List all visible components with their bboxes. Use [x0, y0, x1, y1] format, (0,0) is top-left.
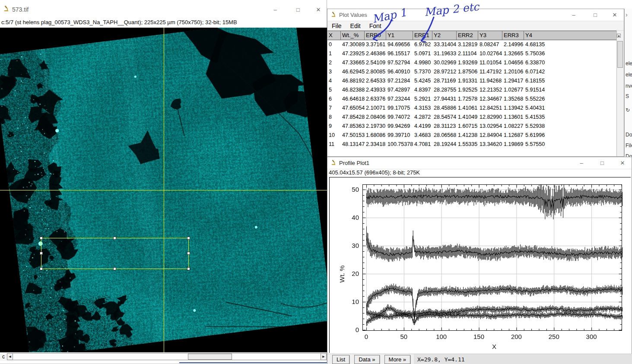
channel-scroll-row: c ◀ ▶: [0, 352, 327, 361]
cursor-coordinates-status: X=29.8, Y=4.11: [414, 354, 632, 364]
selection-rectangle[interactable]: [41, 238, 189, 269]
selection-handle-s[interactable]: [113, 267, 116, 270]
table-row[interactable]: 1047.501531.6808699.397103.468328.065681…: [327, 131, 624, 140]
column-header-y1[interactable]: Y1: [386, 31, 413, 40]
minimize-icon[interactable]: –: [567, 9, 580, 21]
selection-handle-se[interactable]: [187, 267, 190, 270]
table-cell: 99.17075: [386, 104, 413, 113]
table-cell: 46.62945: [341, 67, 365, 76]
clipped-text-fragment: ele: [626, 72, 632, 78]
table-cell: 2.14996: [502, 40, 524, 49]
minimize-icon[interactable]: –: [269, 0, 282, 19]
table-row[interactable]: 947.853632.1973099.942694.419928.311231.…: [327, 122, 624, 131]
close-icon[interactable]: ✕: [616, 157, 629, 169]
table-row[interactable]: 047.300893.3716194.696566.978233.314043.…: [327, 40, 624, 49]
selection-handle-n[interactable]: [113, 237, 116, 240]
imagej-app-icon: [331, 159, 337, 167]
column-header-wt[interactable]: Wt._%: [341, 31, 365, 40]
table-cell: 5: [327, 85, 341, 95]
table-cell: 1.41049: [457, 113, 478, 122]
image-window-title: 573.tif: [12, 6, 29, 13]
table-row[interactable]: 646.646182.6337697.232445.292127.944311.…: [327, 95, 624, 104]
clipped-text-fragment: Do: [626, 132, 632, 138]
plot-values-window: Plot Values – □ ✕ File Edit Font XWt._%E…: [327, 9, 624, 157]
table-cell: 1.29417: [502, 76, 524, 85]
table-cell: 1.91331: [457, 76, 478, 85]
close-icon[interactable]: ✕: [608, 9, 621, 21]
table-cell: 1.93269: [457, 58, 478, 67]
table-row[interactable]: 247.336652.5410997.527944.998030.029691.…: [327, 58, 624, 67]
scroll-left-icon[interactable]: ◀: [7, 353, 13, 360]
table-cell: 2.19730: [365, 122, 386, 131]
desktop: 573.tif – □ ✕ c:5/7 (st helens plag_0057…: [0, 0, 632, 364]
column-header-y4[interactable]: Y4: [524, 31, 624, 40]
menu-edit[interactable]: Edit: [346, 22, 365, 29]
data-button[interactable]: Data »: [354, 355, 379, 364]
selection-handle-ne[interactable]: [187, 237, 190, 240]
maximize-icon[interactable]: □: [589, 9, 602, 21]
table-row[interactable]: 346.629452.8008596.409105.737028.972121.…: [327, 67, 624, 76]
profile-plot-canvas-area[interactable]: Wt. % X 50403020100050100150200250300: [329, 177, 631, 353]
table-cell: 2.33418: [365, 140, 386, 149]
imagej-app-icon: [3, 6, 10, 13]
table-vertical-scrollbar[interactable]: ▲: [616, 31, 624, 157]
more-button[interactable]: More »: [384, 355, 410, 364]
table-cell: 4.4199: [413, 122, 432, 131]
table-cell: 3: [327, 67, 341, 76]
selection-handle-nw[interactable]: [40, 237, 43, 240]
table-cell: 5.91514: [524, 85, 624, 95]
table-cell: 5.7370: [413, 67, 432, 76]
profile-plot-titlebar[interactable]: Profile Plot1 – □ ✕: [327, 157, 632, 169]
table-cell: 47.30089: [341, 40, 365, 49]
column-header-x[interactable]: X: [327, 31, 341, 40]
table-cell: 48.13147: [341, 140, 365, 149]
menu-font[interactable]: Font: [365, 22, 386, 29]
close-icon[interactable]: ✕: [312, 0, 325, 19]
column-header-err2[interactable]: ERR2: [457, 31, 478, 40]
column-header-y3[interactable]: Y3: [478, 31, 502, 40]
table-row[interactable]: 446.881922.6453397.212845.424528.711691.…: [327, 76, 624, 85]
column-header-y2[interactable]: Y2: [432, 31, 457, 40]
image-window-titlebar[interactable]: 573.tif – □ ✕: [0, 0, 327, 19]
table-cell: 5.41535: [524, 113, 624, 122]
table-cell: 97.42897: [386, 85, 413, 95]
column-header-err1[interactable]: ERR1: [413, 31, 432, 40]
list-button[interactable]: List: [332, 355, 349, 364]
selection-handle-e[interactable]: [187, 252, 190, 255]
table-cell: 30.02969: [432, 58, 457, 67]
table-cell: 2.43933: [365, 85, 386, 95]
chevron-right-icon[interactable]: ›: [626, 11, 628, 18]
clipped-text-fragment: Do: [626, 153, 632, 157]
table-cell: 6.9782: [413, 40, 432, 49]
table-row[interactable]: 546.823882.4393397.428974.839728.287551.…: [327, 85, 624, 95]
minimize-icon[interactable]: –: [575, 157, 588, 169]
selection-handle-w[interactable]: [40, 252, 43, 255]
scroll-up-icon[interactable]: ▲: [617, 34, 621, 38]
profile-plot-chart[interactable]: [330, 177, 631, 353]
channel-scrollbar[interactable]: [13, 353, 321, 360]
maximize-icon[interactable]: □: [596, 157, 609, 169]
selection-handle-sw[interactable]: [40, 267, 43, 270]
table-row[interactable]: 1148.131472.33418100.753784.708128.19244…: [327, 140, 624, 149]
table-cell: 1.08227: [502, 122, 524, 131]
table-row[interactable]: 847.854282.0840699.740724.287228.545741.…: [327, 113, 624, 122]
table-cell: 4.68135: [524, 40, 624, 49]
table-cell: 5.61996: [524, 131, 624, 140]
column-header-err0[interactable]: ERR0: [365, 31, 386, 40]
table-scrollbar-thumb[interactable]: [617, 41, 623, 68]
table-row[interactable]: 147.239252.4638696.155175.097131.196332.…: [327, 49, 624, 58]
channel-scrollbar-thumb[interactable]: [188, 354, 232, 360]
image-canvas-area[interactable]: [0, 28, 327, 352]
table-row[interactable]: 747.650542.1007199.170754.315328.458861.…: [327, 104, 624, 113]
table-cell: 1.60715: [457, 122, 478, 131]
table-cell: 3.12819: [457, 40, 478, 49]
menu-file[interactable]: File: [327, 22, 346, 29]
column-header-err3[interactable]: ERR3: [502, 31, 524, 40]
table-cell: 2.80085: [365, 67, 386, 76]
table-cell: 4.9980: [413, 58, 432, 67]
plot-values-titlebar[interactable]: Plot Values – □ ✕: [327, 9, 624, 21]
plot-values-menubar: File Edit Font: [327, 21, 624, 31]
table-cell: 27.94431: [432, 95, 457, 104]
scroll-right-icon[interactable]: ▶: [321, 353, 327, 360]
maximize-icon[interactable]: □: [292, 0, 305, 19]
